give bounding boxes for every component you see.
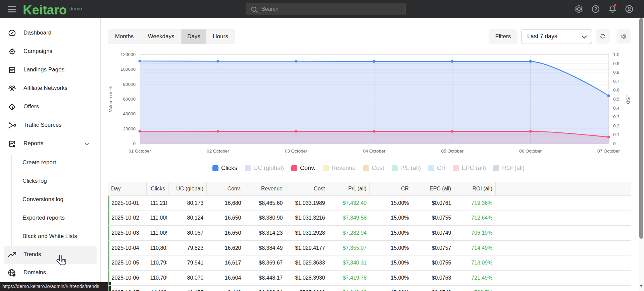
svg-text:0.1: 0.1 (613, 132, 620, 137)
svg-text:0.5: 0.5 (613, 97, 620, 102)
svg-text:USD: USD (626, 95, 631, 104)
svg-text:07 October: 07 October (597, 149, 620, 154)
svg-text:60000: 60000 (123, 97, 136, 102)
svg-text:0.7: 0.7 (613, 79, 620, 84)
svg-text:80000: 80000 (123, 82, 136, 87)
svg-text:04 October: 04 October (363, 149, 386, 154)
svg-text:0.2: 0.2 (613, 123, 620, 128)
svg-text:40000: 40000 (123, 111, 136, 116)
svg-text:0.3: 0.3 (613, 114, 620, 119)
svg-text:0.4: 0.4 (613, 106, 620, 111)
svg-text:0.8: 0.8 (613, 70, 620, 75)
svg-text:0: 0 (613, 141, 616, 146)
svg-text:0.9: 0.9 (613, 61, 620, 66)
svg-text:100000: 100000 (120, 67, 136, 72)
svg-text:05 October: 05 October (441, 149, 463, 154)
svg-text:Volume or %: Volume or % (108, 86, 113, 112)
svg-text:120000: 120000 (120, 52, 136, 57)
svg-text:06 October: 06 October (519, 149, 542, 154)
svg-text:0.6: 0.6 (613, 88, 620, 93)
svg-text:$: $ (12, 106, 13, 109)
svg-text:01 October: 01 October (129, 149, 151, 154)
svg-text:0: 0 (133, 141, 136, 146)
svg-text:02 October: 02 October (207, 149, 229, 154)
svg-text:20000: 20000 (123, 126, 136, 131)
svg-text:1.0: 1.0 (613, 52, 620, 57)
svg-text:03 October: 03 October (285, 149, 307, 154)
